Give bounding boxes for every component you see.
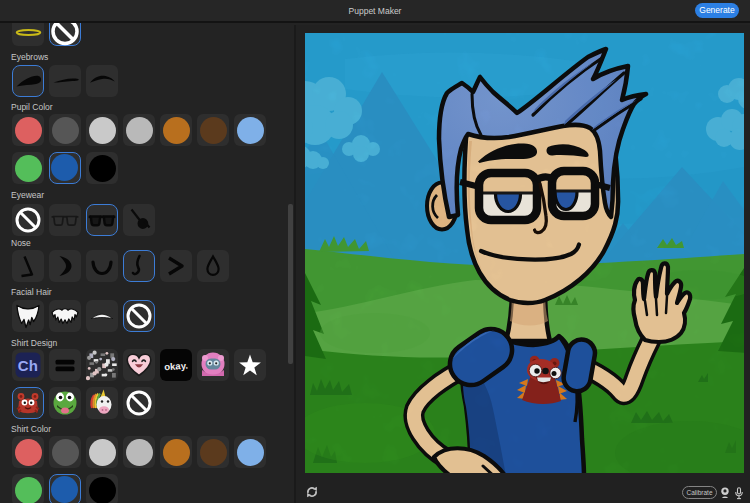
svg-text:Ch: Ch bbox=[18, 357, 38, 374]
svg-text:okay.: okay. bbox=[164, 360, 188, 373]
